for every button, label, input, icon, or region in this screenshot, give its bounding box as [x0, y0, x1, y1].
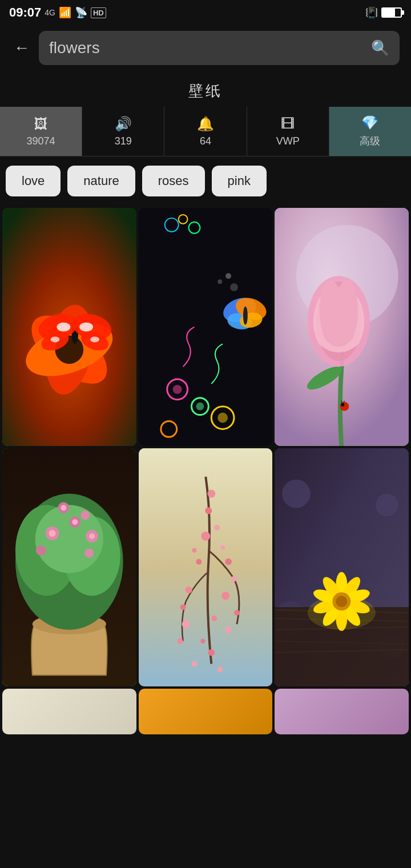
- image-grid: [0, 206, 411, 448]
- image-item-yellow-flower[interactable]: [275, 448, 409, 686]
- image-grid-row2: [0, 448, 411, 689]
- svg-point-70: [185, 587, 192, 594]
- hd-badge: HD: [91, 7, 106, 18]
- search-area: ← flowers 🔍: [0, 25, 411, 73]
- tab-vwp[interactable]: 🎞 VWP: [247, 107, 329, 156]
- tag-love[interactable]: love: [6, 166, 61, 196]
- svg-point-105: [336, 596, 348, 607]
- search-icon[interactable]: 🔍: [371, 39, 389, 57]
- svg-point-64: [201, 532, 210, 541]
- sound-tab-icon: 🔊: [115, 116, 132, 132]
- bottom-item-3[interactable]: [275, 689, 409, 734]
- search-box[interactable]: flowers 🔍: [39, 31, 400, 65]
- svg-point-62: [205, 507, 212, 514]
- svg-point-67: [221, 592, 229, 600]
- status-time-group: 09:07 4G 📶 📡 HD: [9, 5, 106, 20]
- svg-point-23: [243, 307, 248, 325]
- svg-point-68: [234, 610, 240, 616]
- status-right-icons: 📳: [365, 6, 402, 19]
- svg-point-69: [225, 626, 232, 633]
- tag-pink[interactable]: pink: [212, 166, 267, 196]
- svg-point-71: [180, 604, 186, 610]
- category-tabs: 🖼 39074 🔊 319 🔔 64 🎞 VWP 💎 高级: [0, 107, 411, 156]
- signal-bars-icon: 📶: [59, 6, 71, 19]
- svg-point-56: [84, 549, 94, 558]
- svg-point-59: [80, 511, 90, 520]
- svg-point-76: [192, 548, 196, 553]
- battery-icon: [381, 7, 402, 18]
- svg-point-77: [196, 559, 202, 565]
- wifi-icon: 📡: [75, 6, 87, 19]
- image-item-orange-butterfly[interactable]: [2, 208, 136, 446]
- svg-point-11: [57, 323, 70, 332]
- tag-roses[interactable]: roses: [142, 166, 205, 196]
- tab-notification[interactable]: 🔔 64: [164, 107, 247, 156]
- svg-point-12: [79, 323, 93, 332]
- svg-point-27: [196, 403, 204, 411]
- svg-point-66: [231, 576, 237, 582]
- notification-tab-count: 64: [200, 135, 211, 147]
- wallpaper-tab-count: 39074: [27, 135, 55, 147]
- back-button[interactable]: ←: [11, 37, 32, 59]
- tag-nature[interactable]: nature: [67, 166, 135, 196]
- svg-point-72: [182, 620, 190, 628]
- image-item-pink-lily[interactable]: [275, 208, 409, 446]
- sound-tab-count: 319: [115, 135, 132, 147]
- image-item-pink-branch[interactable]: [139, 448, 273, 686]
- tab-sound[interactable]: 🔊 319: [82, 107, 164, 156]
- svg-point-84: [376, 494, 398, 517]
- advanced-tab-icon: 💎: [361, 115, 378, 131]
- svg-point-54: [89, 533, 95, 539]
- svg-point-75: [217, 667, 223, 673]
- svg-point-81: [191, 661, 197, 667]
- bottom-item-2[interactable]: [139, 689, 273, 734]
- svg-point-31: [225, 273, 231, 279]
- svg-point-13: [51, 336, 60, 342]
- svg-point-14: [90, 336, 99, 342]
- svg-point-50: [49, 530, 56, 537]
- svg-point-73: [177, 638, 183, 644]
- svg-point-58: [61, 505, 66, 511]
- svg-point-79: [211, 616, 217, 621]
- svg-point-33: [217, 279, 222, 284]
- svg-point-78: [220, 545, 225, 550]
- svg-point-61: [207, 490, 215, 498]
- vwp-tab-icon: 🎞: [281, 116, 295, 132]
- vibrate-icon: 📳: [365, 6, 378, 19]
- svg-point-74: [208, 649, 215, 656]
- tab-wallpaper[interactable]: 🖼 39074: [0, 107, 82, 156]
- svg-point-25: [172, 385, 182, 394]
- wallpaper-tab-icon: 🖼: [34, 116, 48, 132]
- svg-point-63: [214, 525, 220, 531]
- svg-point-39: [340, 402, 349, 411]
- search-query: flowers: [49, 39, 365, 57]
- svg-point-55: [36, 545, 46, 556]
- tags-row: love nature roses pink: [0, 156, 411, 206]
- advanced-tab-count: 高级: [360, 134, 380, 148]
- image-item-green-flowers[interactable]: [2, 448, 136, 686]
- svg-point-80: [200, 639, 205, 644]
- page-title: 壁纸: [0, 73, 411, 107]
- svg-point-52: [72, 519, 78, 525]
- image-item-dark-floral[interactable]: [139, 208, 273, 446]
- tab-advanced[interactable]: 💎 高级: [329, 107, 411, 156]
- status-signal-text: 4G: [45, 8, 55, 17]
- notification-tab-icon: 🔔: [197, 116, 214, 132]
- svg-point-40: [341, 403, 345, 407]
- status-bar: 09:07 4G 📶 📡 HD 📳: [0, 0, 411, 25]
- bottom-item-1[interactable]: [2, 689, 136, 734]
- vwp-tab-count: VWP: [276, 135, 300, 147]
- bottom-partial-row: [0, 689, 411, 737]
- svg-point-65: [225, 558, 232, 565]
- status-time: 09:07: [9, 5, 41, 20]
- svg-point-29: [217, 413, 228, 423]
- svg-point-83: [282, 480, 311, 508]
- svg-point-32: [230, 283, 238, 291]
